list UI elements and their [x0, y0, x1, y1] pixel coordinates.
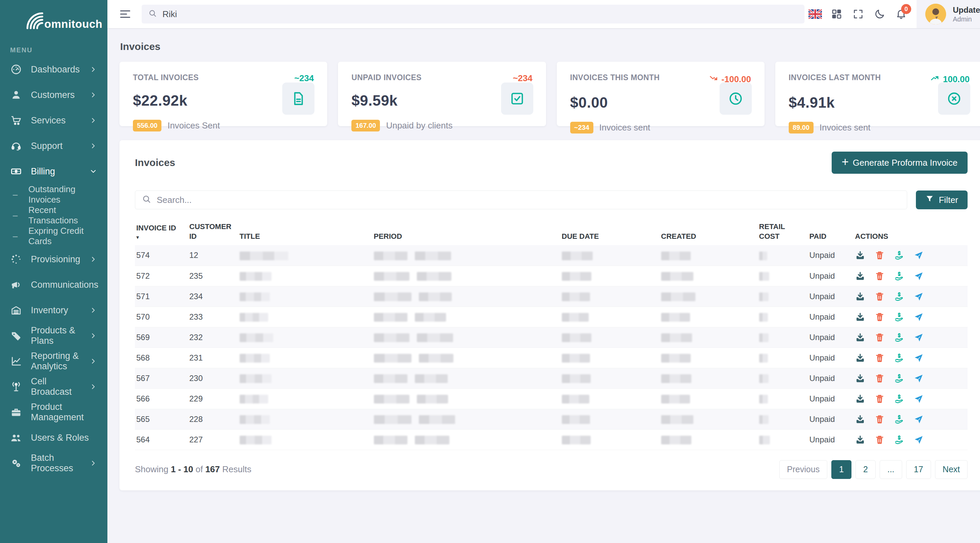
column-header-paid[interactable]: PAID: [805, 221, 851, 245]
sidebar-subitem-outstanding-invoices[interactable]: –Outstanding Invoices: [0, 184, 107, 205]
sidebar-subitem-expring-credit-cards[interactable]: –Expring Credit Cards: [0, 226, 107, 246]
invoices-search-input[interactable]: [157, 195, 900, 205]
send-invoice-icon[interactable]: [913, 353, 924, 363]
download-invoice-icon[interactable]: [855, 373, 865, 383]
page-button-next[interactable]: Next: [935, 460, 967, 479]
send-invoice-icon[interactable]: [913, 271, 924, 281]
fullscreen-icon[interactable]: [848, 0, 869, 28]
page-button-previous[interactable]: Previous: [779, 460, 827, 479]
sidebar-item-inventory[interactable]: Inventory: [0, 297, 107, 323]
page-button-2[interactable]: 2: [856, 460, 876, 479]
sidebar-item-reporting-analytics[interactable]: Reporting & Analytics: [0, 348, 107, 374]
collect-payment-invoice-icon[interactable]: [894, 291, 904, 302]
sidebar-item-billing[interactable]: Billing: [0, 159, 107, 184]
download-invoice-icon[interactable]: [855, 271, 865, 281]
column-header-invoice-id[interactable]: INVOICE ID▾: [135, 221, 185, 245]
hamburger-menu-icon[interactable]: [119, 8, 132, 21]
column-header-title[interactable]: TITLE: [235, 221, 370, 245]
download-invoice-icon[interactable]: [855, 312, 865, 322]
download-invoice-icon[interactable]: [855, 414, 865, 424]
send-invoice-icon[interactable]: [913, 373, 924, 383]
column-header-actions[interactable]: ACTIONS: [851, 221, 968, 245]
collect-payment-invoice-icon[interactable]: [894, 394, 904, 404]
invoice-row-570[interactable]: 570233Unpaid: [135, 306, 967, 327]
redacted-text: [562, 354, 590, 362]
redacted-text: [661, 252, 691, 260]
send-invoice-icon[interactable]: [913, 414, 924, 424]
send-invoice-icon[interactable]: [913, 394, 924, 404]
send-invoice-icon[interactable]: [913, 435, 924, 445]
delete-invoice-icon[interactable]: [875, 414, 885, 424]
redacted-text: [374, 354, 412, 362]
invoice-row-568[interactable]: 568231Unpaid: [135, 348, 967, 368]
collect-payment-invoice-icon[interactable]: [894, 332, 904, 343]
sidebar-item-communications[interactable]: Communications: [0, 272, 107, 297]
invoice-row-566[interactable]: 566229Unpaid: [135, 388, 967, 409]
download-invoice-icon[interactable]: [855, 291, 865, 302]
delete-invoice-icon[interactable]: [875, 291, 885, 302]
dark-mode-moon-icon[interactable]: [869, 0, 890, 28]
delete-invoice-icon[interactable]: [875, 332, 885, 343]
column-header-retail-cost[interactable]: RETAIL COST: [755, 221, 805, 245]
invoice-row-565[interactable]: 565228Unpaid: [135, 409, 967, 429]
sidebar-item-batch-processes[interactable]: Batch Processes: [0, 451, 107, 476]
collect-payment-invoice-icon[interactable]: [894, 250, 904, 260]
send-invoice-icon[interactable]: [913, 332, 924, 343]
delete-invoice-icon[interactable]: [875, 353, 885, 363]
sidebar-item-cell-broadcast[interactable]: Cell Broadcast: [0, 374, 107, 399]
sidebar-item-customers[interactable]: Customers: [0, 82, 107, 108]
column-header-period[interactable]: PERIOD: [370, 221, 558, 245]
sidebar-item-products-plans[interactable]: Products & Plans: [0, 323, 107, 348]
cell-retail-cost: [755, 409, 805, 429]
page-button-[interactable]: ...: [880, 460, 902, 479]
invoice-row-572[interactable]: 572235Unpaid: [135, 266, 967, 286]
global-search-input[interactable]: [162, 9, 798, 19]
collect-payment-invoice-icon[interactable]: [894, 312, 904, 322]
user-menu[interactable]: Updated Admin: [916, 0, 980, 28]
column-header-due-date[interactable]: DUE DATE: [558, 221, 657, 245]
invoice-row-569[interactable]: 569232Unpaid: [135, 327, 967, 348]
collect-payment-invoice-icon[interactable]: [894, 414, 904, 424]
sidebar-item-product-management[interactable]: Product Management: [0, 399, 107, 425]
collect-payment-invoice-icon[interactable]: [894, 271, 904, 281]
collect-payment-invoice-icon[interactable]: [894, 373, 904, 383]
sidebar-item-users-roles[interactable]: Users & Roles: [0, 425, 107, 451]
sidebar-item-provisioning[interactable]: Provisioning: [0, 246, 107, 272]
column-header-created[interactable]: CREATED: [657, 221, 755, 245]
download-invoice-icon[interactable]: [855, 250, 865, 260]
language-flag-icon[interactable]: [805, 0, 826, 28]
dash-icon: –: [13, 189, 18, 200]
sidebar-item-dashboards[interactable]: Dashboards: [0, 57, 107, 82]
download-invoice-icon[interactable]: [855, 332, 865, 343]
delete-invoice-icon[interactable]: [875, 394, 885, 404]
collect-payment-invoice-icon[interactable]: [894, 353, 904, 363]
filter-button[interactable]: Filter: [916, 191, 967, 209]
delete-invoice-icon[interactable]: [875, 435, 885, 445]
sidebar-item-services[interactable]: Services: [0, 108, 107, 133]
download-invoice-icon[interactable]: [855, 394, 865, 404]
download-invoice-icon[interactable]: [855, 435, 865, 445]
apps-grid-icon[interactable]: [826, 0, 848, 28]
invoice-row-567[interactable]: 567230Unpaid: [135, 368, 967, 388]
collect-payment-invoice-icon[interactable]: [894, 435, 904, 445]
notifications-bell-icon[interactable]: 0: [890, 0, 912, 28]
global-search[interactable]: [142, 5, 805, 24]
download-invoice-icon[interactable]: [855, 353, 865, 363]
send-invoice-icon[interactable]: [913, 312, 924, 322]
invoice-row-574[interactable]: 57412Unpaid: [135, 245, 967, 266]
column-header-customer-id[interactable]: CUSTOMER ID: [185, 221, 235, 245]
invoice-row-564[interactable]: 564227Unpaid: [135, 429, 967, 450]
delete-invoice-icon[interactable]: [875, 271, 885, 281]
delete-invoice-icon[interactable]: [875, 250, 885, 260]
sidebar-subitem-recent-transactions[interactable]: –Recent Transactions: [0, 205, 107, 226]
sidebar-item-support[interactable]: Support: [0, 133, 107, 159]
invoice-row-571[interactable]: 571234Unpaid: [135, 286, 967, 306]
page-button-1[interactable]: 1: [831, 460, 851, 479]
page-button-17[interactable]: 17: [906, 460, 931, 479]
generate-proforma-invoice-button[interactable]: + Generate Proforma Invoice: [832, 152, 967, 174]
delete-invoice-icon[interactable]: [875, 373, 885, 383]
delete-invoice-icon[interactable]: [875, 312, 885, 322]
send-invoice-icon[interactable]: [913, 250, 924, 260]
send-invoice-icon[interactable]: [913, 291, 924, 302]
invoices-search[interactable]: [135, 191, 907, 209]
